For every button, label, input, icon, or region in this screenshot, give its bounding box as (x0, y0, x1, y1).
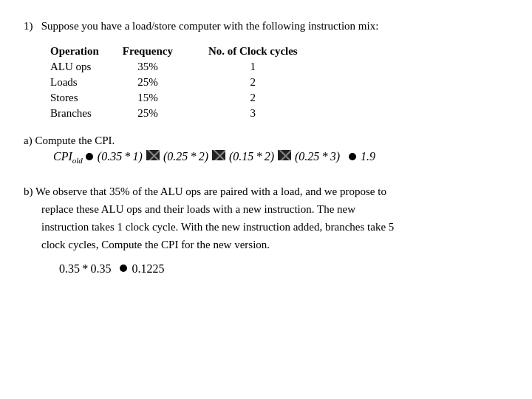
part-a-label: a) Compute the CPI. (24, 134, 508, 147)
cpi-label: CPIold (53, 150, 83, 165)
bullet-icon-1 (86, 153, 93, 160)
instruction-table: Operation Frequency No. of Clock cycles … (50, 44, 321, 121)
col-frequency: Frequency (123, 44, 208, 59)
clk-branches: 3 (208, 106, 321, 121)
cpi-result: 1.9 (361, 150, 375, 163)
table-row: ALU ops 35% 1 (50, 59, 321, 75)
part-a-section: a) Compute the CPI. CPIold (0.35 * 1) (0… (24, 134, 508, 165)
instruction-table-section: Operation Frequency No. of Clock cycles … (50, 44, 508, 121)
part-b-line2: replace these ALU ops and their loads wi… (41, 203, 355, 215)
bullet-icon-3 (120, 265, 127, 272)
crosshatch-icon-2 (212, 150, 225, 160)
op-loads: Loads (50, 75, 123, 90)
freq-branches: 25% (123, 106, 208, 121)
crosshatch-icon-3 (278, 150, 291, 160)
table-header-row: Operation Frequency No. of Clock cycles (50, 44, 321, 59)
part-b-line4: clock cycles, Compute the CPI for the ne… (41, 239, 270, 250)
clk-alu: 1 (208, 59, 321, 75)
question-container: 1) Suppose you have a load/store compute… (24, 18, 508, 278)
part-b-line3: instruction takes 1 clock cycle. With th… (41, 221, 394, 233)
part-b-formula: 0.35 * 0.35 0.1225 (59, 259, 508, 279)
part-b-prefix: b) We observe that 35% of the ALU ops ar… (24, 185, 386, 197)
formula-b-term: 0.35 * 0.35 (59, 259, 111, 279)
table-row: Loads 25% 2 (50, 75, 321, 90)
table-row: Branches 25% 3 (50, 106, 321, 121)
op-alu: ALU ops (50, 59, 123, 75)
formula-term-3: (0.15 * 2) (229, 150, 274, 163)
question-number-label: 1) (24, 20, 33, 32)
formula-term-2: (0.25 * 2) (163, 150, 208, 163)
question-intro: 1) Suppose you have a load/store compute… (24, 18, 508, 35)
question-text: Suppose you have a load/store computer w… (41, 20, 379, 32)
part-b-label: b) We observe that 35% of the ALU ops ar… (24, 183, 508, 253)
table-row: Stores 15% 2 (50, 90, 321, 106)
freq-loads: 25% (123, 75, 208, 90)
part-b-section: b) We observe that 35% of the ALU ops ar… (24, 183, 508, 279)
op-branches: Branches (50, 106, 123, 121)
col-clock: No. of Clock cycles (208, 44, 321, 59)
part-a-formula: CPIold (0.35 * 1) (0.25 * 2) (0.15 * 2) … (53, 150, 508, 165)
formula-term-1: (0.35 * 1) (98, 150, 143, 163)
op-stores: Stores (50, 90, 123, 106)
col-operation: Operation (50, 44, 123, 59)
clk-stores: 2 (208, 90, 321, 106)
freq-alu: 35% (123, 59, 208, 75)
formula-term-4: (0.25 * 3) (295, 150, 340, 163)
freq-stores: 15% (123, 90, 208, 106)
crosshatch-icon-1 (146, 150, 160, 160)
bullet-icon-2 (349, 153, 356, 160)
formula-b-result: 0.1225 (132, 259, 164, 279)
cpi-sub: old (72, 156, 83, 165)
clk-loads: 2 (208, 75, 321, 90)
